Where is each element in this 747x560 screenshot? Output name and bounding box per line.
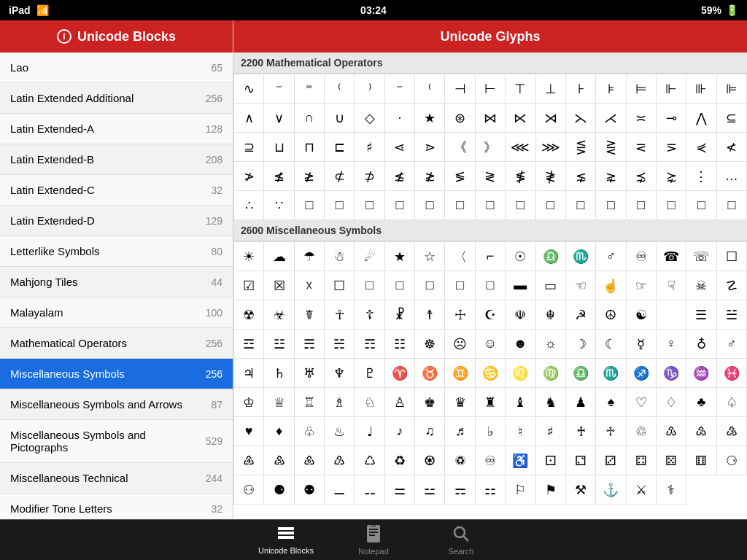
glyph-cell[interactable]: ♾ (476, 446, 506, 475)
sidebar-item-mathematical-operators[interactable]: Mathematical Operators256 (0, 328, 233, 359)
glyph-cell[interactable]: □ (355, 191, 384, 220)
glyph-cell[interactable]: ⋜ (627, 133, 657, 162)
glyph-cell[interactable]: ⊩ (657, 74, 686, 104)
glyph-cell[interactable]: ⚍ (415, 475, 445, 505)
glyph-cell[interactable]: ⋩ (657, 162, 686, 191)
glyph-cell[interactable]: ⚀ (536, 446, 566, 475)
glyph-cell[interactable]: ☺ (476, 330, 506, 359)
glyph-cell[interactable]: ♹ (325, 446, 355, 475)
glyph-cell[interactable]: ☁ (264, 242, 294, 271)
glyph-cell[interactable]: ≱ (295, 162, 325, 191)
glyph-cell[interactable]: ♩ (355, 417, 384, 446)
glyph-cell[interactable]: ≷ (476, 162, 506, 191)
glyph-cell[interactable]: ⚄ (657, 446, 686, 475)
glyph-cell[interactable]: ☪ (476, 300, 506, 330)
glyph-cell[interactable]: ♓ (717, 359, 747, 388)
glyph-cell[interactable]: ♵ (717, 417, 747, 446)
glyph-cell[interactable]: ☭ (566, 300, 596, 330)
glyph-cell[interactable]: ⚔ (627, 475, 657, 505)
glyph-cell[interactable]: ♤ (717, 388, 747, 417)
glyph-cell[interactable]: ♻ (385, 446, 415, 475)
sidebar-item-latin-extended-additional[interactable]: Latin Extended Additional256 (0, 83, 233, 114)
glyph-cell[interactable]: ♗ (325, 388, 355, 417)
glyph-cell[interactable]: ∿ (234, 74, 264, 104)
glyph-cell[interactable]: ⚋ (355, 475, 384, 505)
glyph-cell[interactable]: ⊪ (686, 74, 716, 104)
glyph-cell[interactable]: ♕ (264, 388, 294, 417)
glyph-cell[interactable]: ♘ (355, 388, 384, 417)
glyph-cell[interactable]: ⊦ (566, 74, 596, 104)
glyph-cell[interactable]: ★ (385, 242, 415, 271)
glyph-cell[interactable]: ⋧ (596, 162, 626, 191)
glyph-cell[interactable]: ⊥ (536, 74, 566, 104)
glyph-cell[interactable]: □ (415, 191, 445, 220)
glyph-cell[interactable]: ⊇ (234, 133, 264, 162)
glyph-cell[interactable]: ⋋ (566, 104, 596, 133)
glyph-cell[interactable]: ♺ (355, 446, 384, 475)
glyph-cell[interactable]: ☨ (415, 300, 445, 330)
glyph-cell[interactable]: … (717, 162, 747, 191)
glyph-cell[interactable]: ♆ (325, 359, 355, 388)
glyph-cell[interactable]: □ (627, 191, 657, 220)
glyph-cell[interactable]: ⊓ (295, 133, 325, 162)
glyph-cell[interactable]: ☯ (627, 300, 657, 330)
glyph-cell[interactable]: ☫ (506, 300, 535, 330)
glyph-cell[interactable]: ♴ (686, 417, 716, 446)
glyph-cell[interactable]: ☒ (264, 271, 294, 300)
glyph-cell[interactable]: ♔ (234, 388, 264, 417)
glyph-cell[interactable]: ☩ (445, 300, 475, 330)
glyph-cell[interactable]: ⋉ (506, 104, 535, 133)
glyph-cell[interactable]: ☐ (717, 242, 747, 271)
glyph-cell[interactable]: ⊄ (325, 162, 355, 191)
glyph-cell[interactable]: ☽ (566, 330, 596, 359)
sidebar-item-modifier-tone-letters[interactable]: Modifier Tone Letters32 (0, 494, 233, 519)
glyph-cell[interactable]: □ (717, 191, 747, 220)
glyph-cell[interactable]: ♝ (506, 388, 535, 417)
glyph-cell[interactable]: ⋞ (686, 133, 716, 162)
glyph-cell[interactable]: ☤ (295, 300, 325, 330)
glyph-cell[interactable]: ★ (415, 104, 445, 133)
glyph-cell[interactable]: ♲ (627, 417, 657, 446)
glyph-cell[interactable]: ♮ (506, 417, 535, 446)
glyph-cell[interactable]: ☿ (627, 330, 657, 359)
glyph-cell[interactable]: ♯ (536, 417, 566, 446)
glyph-cell[interactable]: ♡ (627, 388, 657, 417)
glyph-cell[interactable]: ≴ (385, 162, 415, 191)
glyph-cell[interactable]: ⚈ (264, 475, 294, 505)
glyph-cell[interactable]: ☦ (355, 300, 384, 330)
sidebar-item-miscellaneous-symbols[interactable]: Miscellaneous Symbols256 (0, 359, 233, 389)
glyph-cell[interactable]: □ (445, 271, 475, 300)
glyph-cell[interactable]: ♸ (295, 446, 325, 475)
glyph-cell[interactable]: ♞ (536, 388, 566, 417)
glyph-cell[interactable]: ♍ (536, 359, 566, 388)
glyph-cell[interactable]: ☱ (717, 300, 747, 330)
glyph-cell[interactable]: □ (476, 191, 506, 220)
glyph-cell[interactable]: ☝ (596, 271, 626, 300)
glyph-cell[interactable]: ⋊ (536, 104, 566, 133)
glyph-cell[interactable]: ♒ (686, 359, 716, 388)
glyph-cell[interactable]: ☬ (536, 300, 566, 330)
glyph-cell[interactable]: 〈 (445, 242, 475, 271)
glyph-cell[interactable]: ⊫ (717, 74, 747, 104)
glyph-cell[interactable]: ⋛ (596, 133, 626, 162)
glyph-cell[interactable]: ♙ (385, 388, 415, 417)
glyph-cell[interactable]: ⊢ (476, 74, 506, 104)
glyph-cell[interactable]: □ (415, 271, 445, 300)
glyph-cell[interactable]: ☑ (234, 271, 264, 300)
glyph-cell[interactable]: ⊛ (445, 104, 475, 133)
glyph-cell[interactable]: ⋙ (536, 133, 566, 162)
glyph-cell[interactable]: ♿ (506, 446, 535, 475)
glyph-cell[interactable]: ♛ (445, 388, 475, 417)
glyph-cell[interactable]: ⚅ (686, 446, 716, 475)
glyph-cell[interactable]: ♌ (506, 359, 535, 388)
glyph-cell[interactable]: ⋀ (686, 104, 716, 133)
glyph-cell[interactable]: ♯ (355, 133, 384, 162)
glyph-cell[interactable]: □ (686, 191, 716, 220)
glyph-cell[interactable]: ☡ (717, 271, 747, 300)
glyph-cell[interactable]: ☰ (686, 300, 716, 330)
glyph-cell[interactable]: □ (506, 191, 535, 220)
glyph-cell[interactable]: ⁼ (295, 74, 325, 104)
glyph-cell[interactable]: ☼ (536, 330, 566, 359)
sidebar-item-miscellaneous-technical[interactable]: Miscellaneous Technical244 (0, 463, 233, 494)
glyph-cell[interactable]: ⊆ (717, 104, 747, 133)
